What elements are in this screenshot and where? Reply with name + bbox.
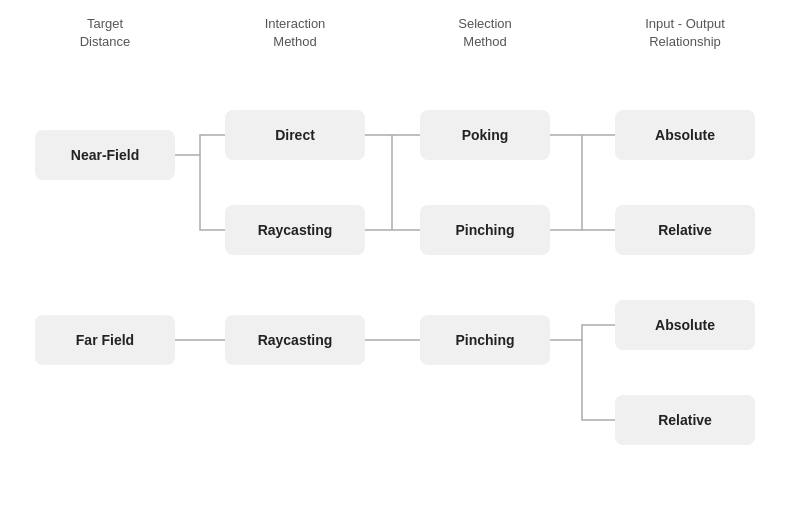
- direct-node: Direct: [225, 110, 365, 160]
- header-selection-method: SelectionMethod: [420, 15, 550, 51]
- far-field-node: Far Field: [35, 315, 175, 365]
- relative2-node: Relative: [615, 395, 755, 445]
- raycasting2-node: Raycasting: [225, 315, 365, 365]
- near-field-node: Near-Field: [35, 130, 175, 180]
- diagram-container: TargetDistance InteractionMethod Selecti…: [0, 0, 800, 514]
- raycasting1-node: Raycasting: [225, 205, 365, 255]
- pinching2-node: Pinching: [420, 315, 550, 365]
- absolute2-node: Absolute: [615, 300, 755, 350]
- poking-node: Poking: [420, 110, 550, 160]
- relative1-node: Relative: [615, 205, 755, 255]
- pinching1-node: Pinching: [420, 205, 550, 255]
- header-target-distance: TargetDistance: [35, 15, 175, 51]
- absolute1-node: Absolute: [615, 110, 755, 160]
- header-interaction-method: InteractionMethod: [225, 15, 365, 51]
- header-io-relationship: Input - OutputRelationship: [615, 15, 755, 51]
